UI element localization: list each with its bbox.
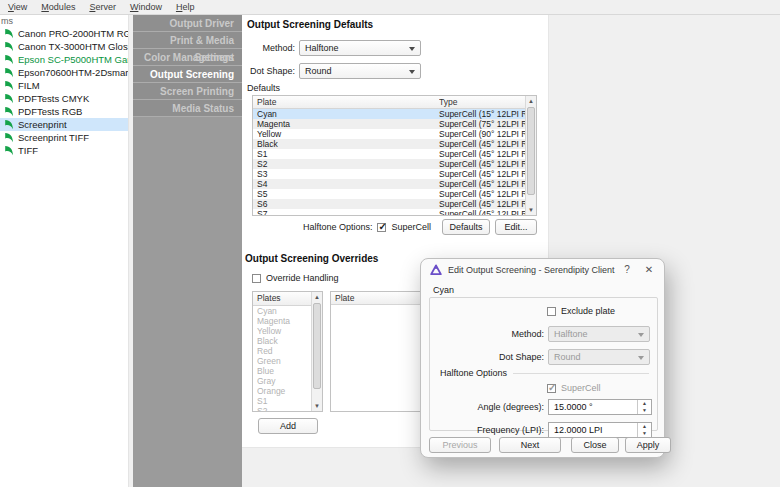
table-row[interactable]: S7 SuperCell (45° 12LPI Round): [253, 209, 525, 216]
plates-vertical-scrollbar[interactable]: ▲ ▼: [311, 292, 322, 411]
plate-list-item[interactable]: S2: [253, 406, 311, 412]
nav-tab[interactable]: Screen Printing: [133, 83, 242, 100]
spin-up-button[interactable]: ▲: [638, 400, 651, 407]
table-row[interactable]: Yellow SuperCell (90° 12LPI Round): [253, 129, 525, 139]
menu-item[interactable]: Server: [82, 1, 123, 13]
table-row[interactable]: S2 SuperCell (45° 12LPI Round): [253, 159, 525, 169]
application-window: View Modules Server Window Help ms Canon…: [0, 0, 780, 487]
plate-list-item[interactable]: Red: [253, 346, 311, 356]
table-row[interactable]: S1 SuperCell (45° 12LPI Round): [253, 149, 525, 159]
sidebar-item-queue[interactable]: Screenprint: [0, 118, 128, 131]
scroll-down-icon[interactable]: ▼: [312, 401, 322, 411]
nav-tab[interactable]: Output Screening: [133, 66, 242, 83]
sidebar-item-queue[interactable]: Epson SC-P5000HTM GamutPr: [0, 53, 128, 66]
dialog-dot-shape-dropdown[interactable]: Round: [548, 349, 650, 365]
queue-name-label: Epson70600HTM-2Dsmart-pro: [18, 67, 128, 78]
nav-tab[interactable]: Print & Media Settings: [133, 32, 242, 49]
menu-item[interactable]: View: [1, 1, 34, 13]
table-row[interactable]: S3 SuperCell (45° 12LPI Round): [253, 169, 525, 179]
sidebar-item-queue[interactable]: Canon PRO-2000HTM RGB Arc: [0, 27, 128, 40]
sidebar-item-queue[interactable]: PDFTests RGB: [0, 105, 128, 118]
dialog-supercell-checkbox[interactable]: [547, 384, 556, 393]
scrollbar-thumb[interactable]: [313, 303, 321, 389]
table-row[interactable]: Magenta SuperCell (75° 12LPI Round): [253, 119, 525, 129]
table-row[interactable]: S6 SuperCell (45° 12LPI Round): [253, 199, 525, 209]
column-header-type[interactable]: Type: [439, 97, 536, 107]
menu-item[interactable]: Modules: [34, 1, 82, 13]
defaults-section-title: Output Screening Defaults: [247, 19, 373, 30]
nav-tab[interactable]: Color Management: [133, 49, 242, 66]
supercell-checkbox[interactable]: [377, 223, 386, 232]
scroll-up-icon[interactable]: ▲: [312, 292, 322, 302]
table-row[interactable]: S5 SuperCell (45° 12LPI Round): [253, 189, 525, 199]
type-cell: SuperCell (45° 12LPI Round): [439, 209, 525, 216]
defaults-plate-table: Plate Type Cyan SuperCell (15° 12LPI Rou…: [252, 95, 537, 216]
sidebar-item-queue[interactable]: TIFF: [0, 144, 128, 157]
plate-list-item[interactable]: Green: [253, 356, 311, 366]
plate-list-item[interactable]: Magenta: [253, 316, 311, 326]
sidebar-item-queue[interactable]: Screenprint TIFF: [0, 131, 128, 144]
frequency-spinbox[interactable]: 12.0000 LPI ▲ ▼: [548, 422, 652, 438]
green-swoosh-icon: [4, 67, 14, 78]
edit-button[interactable]: Edit...: [495, 219, 537, 235]
queue-name-label: Screenprint TIFF: [18, 132, 89, 143]
add-button[interactable]: Add: [258, 418, 318, 434]
menu-item[interactable]: Window: [123, 1, 169, 13]
close-button[interactable]: Close: [571, 437, 619, 453]
type-cell: SuperCell (75° 12LPI Round): [439, 119, 525, 129]
sidebar-item-queue[interactable]: PDFTests CMYK: [0, 92, 128, 105]
previous-button[interactable]: Previous: [429, 437, 491, 453]
plate-list-item[interactable]: S1: [253, 396, 311, 406]
method-dropdown[interactable]: Halftone: [299, 40, 421, 56]
override-handling-checkbox[interactable]: [252, 274, 261, 283]
plate-list-item[interactable]: Cyan: [253, 306, 311, 316]
plate-list-item[interactable]: Yellow: [253, 326, 311, 336]
sidebar-item-queue[interactable]: FILM: [0, 79, 128, 92]
table-row[interactable]: Cyan SuperCell (15° 12LPI Round): [253, 109, 525, 119]
scroll-down-icon[interactable]: ▼: [526, 205, 536, 215]
angle-label: Angle (degrees):: [444, 402, 544, 412]
queue-list: Canon PRO-2000HTM RGB Arc Canon TX-3000H…: [0, 27, 128, 157]
menu-item[interactable]: Help: [169, 1, 202, 13]
plate-cell: S6: [253, 199, 439, 209]
plate-list-item[interactable]: Gray: [253, 376, 311, 386]
next-button[interactable]: Next: [499, 437, 561, 453]
dialog-close-button[interactable]: ✕: [638, 261, 660, 279]
table-vertical-scrollbar[interactable]: ▲ ▼: [525, 96, 536, 215]
plate-cell: Yellow: [253, 129, 439, 139]
sidebar-item-queue[interactable]: Epson70600HTM-2Dsmart-pro: [0, 66, 128, 79]
nav-tab[interactable]: Media Status: [133, 100, 242, 117]
defaults-table-label: Defaults: [247, 83, 307, 93]
plate-list-item[interactable]: Orange: [253, 386, 311, 396]
apply-button[interactable]: Apply: [625, 437, 671, 453]
dialog-method-dropdown[interactable]: Halftone: [548, 326, 650, 342]
scroll-up-icon[interactable]: ▲: [526, 96, 536, 106]
defaults-button[interactable]: Defaults: [442, 219, 490, 235]
plate-list-item[interactable]: Blue: [253, 366, 311, 376]
sidebar-item-queue[interactable]: Canon TX-3000HTM Gloss: [0, 40, 128, 53]
override-plates-list: Plates Cyan Magenta Yellow Black Red Gre…: [252, 291, 323, 412]
dialog-help-button[interactable]: ?: [616, 261, 638, 279]
green-swoosh-icon: [4, 41, 14, 52]
plate-cell: S5: [253, 189, 439, 199]
column-header-plate[interactable]: Plate: [253, 97, 439, 107]
dialog-titlebar[interactable]: Edit Output Screening - Serendipity Clie…: [421, 259, 664, 281]
table-row[interactable]: S4 SuperCell (45° 12LPI Round): [253, 179, 525, 189]
dialog-method-value: Halftone: [554, 329, 588, 339]
queue-name-label: Canon PRO-2000HTM RGB Arc: [18, 28, 128, 39]
plate-cell: Black: [253, 139, 439, 149]
type-cell: SuperCell (45° 12LPI Round): [439, 159, 525, 169]
spin-down-button[interactable]: ▼: [638, 430, 651, 437]
scrollbar-thumb[interactable]: [527, 107, 535, 195]
plate-list-item[interactable]: Black: [253, 336, 311, 346]
column-header-plate[interactable]: Plate: [331, 293, 426, 303]
spin-up-button[interactable]: ▲: [638, 423, 651, 430]
angle-spinbox[interactable]: 15.0000 ° ▲ ▼: [548, 399, 652, 415]
spin-down-button[interactable]: ▼: [638, 407, 651, 414]
nav-tab[interactable]: Output Driver: [133, 15, 242, 32]
exclude-plate-checkbox[interactable]: [547, 307, 556, 316]
table-row[interactable]: Black SuperCell (45° 12LPI Round): [253, 139, 525, 149]
plate-group-box: Exclude plate Method: Halftone Dot Shape…: [429, 297, 658, 431]
table-header[interactable]: Plate Type: [253, 96, 536, 109]
dot-shape-dropdown[interactable]: Round: [299, 63, 421, 79]
